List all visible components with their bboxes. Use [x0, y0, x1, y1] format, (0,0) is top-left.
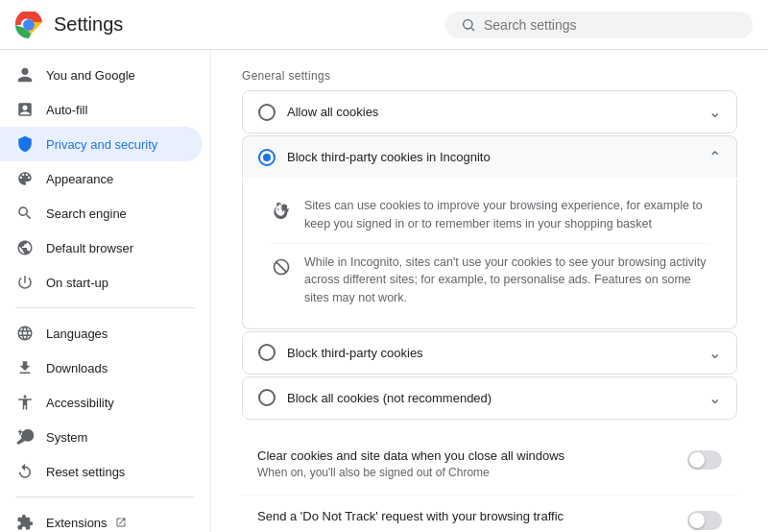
block-third-party-radio[interactable]	[258, 344, 276, 361]
clear-cookies-desc: When on, you'll also be signed out of Ch…	[257, 465, 672, 481]
system-icon	[15, 427, 35, 447]
extensions-label-group: Extensions	[46, 516, 127, 530]
sidebar-item-label: Downloads	[46, 361, 108, 375]
sidebar-item-on-startup[interactable]: On start-up	[0, 265, 203, 300]
clear-cookies-text: Clear cookies and site data when you clo…	[257, 448, 672, 481]
content-area: General settings Allow all cookies ⌄ Blo…	[211, 50, 768, 532]
block-all-label: Block all cookies (not recommended)	[287, 391, 708, 405]
block-incognito-row[interactable]: Block third-party cookies in Incognito ⌃	[242, 135, 737, 178]
sidebar-item-label: Appearance	[46, 172, 113, 186]
allow-all-label: Allow all cookies	[287, 105, 708, 119]
expanded-content: Sites can use cookies to improve your br…	[242, 180, 737, 329]
person-icon	[15, 65, 35, 85]
sidebar: You and Google Auto-fill Privacy and sec…	[0, 50, 211, 532]
sidebar-item-label: On start-up	[46, 276, 108, 290]
sidebar-item-extensions[interactable]: Extensions	[0, 505, 203, 532]
block-all-radio[interactable]	[258, 389, 276, 406]
sidebar-item-label: Accessibility	[46, 396, 114, 410]
toggle-track-2	[687, 511, 722, 530]
chevron-down-icon: ⌄	[708, 103, 721, 121]
svg-point-3	[464, 19, 472, 28]
search-bar[interactable]	[445, 12, 753, 38]
reset-icon	[15, 462, 35, 481]
chevron-up-icon: ⌃	[708, 148, 721, 166]
clear-cookies-toggle[interactable]	[687, 450, 722, 470]
cookie-icon	[270, 199, 293, 222]
expanded-item-2: While in Incognito, sites can't use your…	[258, 244, 721, 317]
sidebar-item-search-engine[interactable]: Search engine	[0, 196, 203, 230]
autofill-icon	[15, 100, 35, 119]
sidebar-item-reset-settings[interactable]: Reset settings	[0, 454, 203, 489]
sidebar-item-label: You and Google	[46, 68, 135, 83]
block-incognito-label: Block third-party cookies in Incognito	[287, 150, 708, 164]
clear-cookies-title: Clear cookies and site data when you clo…	[257, 448, 672, 463]
sidebar-divider-2	[15, 496, 195, 497]
sidebar-item-appearance[interactable]: Appearance	[0, 161, 203, 196]
search-engine-icon	[15, 204, 35, 223]
download-icon	[15, 358, 35, 377]
toggle-thumb	[689, 452, 705, 468]
search-icon	[461, 17, 476, 33]
sidebar-item-privacy-security[interactable]: Privacy and security	[0, 127, 203, 161]
expanded-item-1: Sites can use cookies to improve your br…	[258, 187, 721, 243]
section-title: General settings	[242, 69, 737, 83]
toggle-track	[687, 450, 722, 470]
do-not-track-row: Send a 'Do Not Track' request with your …	[242, 496, 737, 532]
main-content: You and Google Auto-fill Privacy and sec…	[0, 50, 768, 532]
sidebar-item-downloads[interactable]: Downloads	[0, 351, 203, 385]
sidebar-item-label: Auto-fill	[46, 103, 87, 117]
shield-icon	[15, 134, 35, 154]
browser-icon	[15, 238, 35, 257]
sidebar-item-label: Default browser	[46, 241, 133, 255]
do-not-track-text: Send a 'Do Not Track' request with your …	[257, 509, 672, 525]
allow-all-cookies-row[interactable]: Allow all cookies ⌄	[242, 90, 737, 133]
appearance-icon	[15, 169, 35, 188]
search-input[interactable]	[484, 17, 737, 33]
chevron-down-icon-3: ⌄	[708, 389, 721, 407]
sidebar-item-label: Languages	[46, 326, 108, 341]
sidebar-item-label: System	[46, 430, 87, 445]
toggle-thumb-2	[689, 513, 705, 528]
expanded-text-2: While in Incognito, sites can't use your…	[304, 254, 709, 307]
startup-icon	[15, 273, 35, 292]
accessibility-icon	[15, 393, 35, 412]
chevron-down-icon-2: ⌄	[708, 344, 721, 362]
sidebar-item-default-browser[interactable]: Default browser	[0, 230, 203, 265]
block-third-party-label: Block third-party cookies	[287, 346, 708, 360]
do-not-track-title: Send a 'Do Not Track' request with your …	[257, 509, 672, 523]
sidebar-item-label: Extensions	[46, 516, 108, 530]
svg-point-2	[24, 20, 34, 30]
sidebar-divider	[15, 307, 195, 308]
page-title: Settings	[54, 13, 123, 36]
block-incognito-radio[interactable]	[258, 149, 276, 166]
block-icon	[270, 255, 293, 278]
allow-all-radio[interactable]	[258, 104, 276, 121]
block-third-party-row[interactable]: Block third-party cookies ⌄	[242, 331, 737, 375]
block-all-cookies-row[interactable]: Block all cookies (not recommended) ⌄	[242, 376, 737, 420]
sidebar-item-you-google[interactable]: You and Google	[0, 58, 203, 92]
sidebar-item-autofill[interactable]: Auto-fill	[0, 92, 203, 127]
sidebar-item-label: Search engine	[46, 206, 127, 221]
chrome-logo	[15, 12, 42, 38]
sidebar-item-label: Reset settings	[46, 465, 125, 479]
clear-cookies-row: Clear cookies and site data when you clo…	[242, 435, 737, 496]
sidebar-item-system[interactable]: System	[0, 420, 203, 454]
sidebar-item-accessibility[interactable]: Accessibility	[0, 385, 203, 420]
expanded-text-1: Sites can use cookies to improve your br…	[304, 197, 709, 233]
app-header: Settings	[0, 0, 768, 50]
sidebar-item-languages[interactable]: Languages	[0, 316, 203, 351]
sidebar-item-label: Privacy and security	[46, 137, 157, 152]
svg-line-4	[471, 28, 474, 31]
extensions-icon	[15, 513, 35, 532]
globe-icon	[15, 324, 35, 343]
do-not-track-toggle[interactable]	[687, 511, 722, 530]
